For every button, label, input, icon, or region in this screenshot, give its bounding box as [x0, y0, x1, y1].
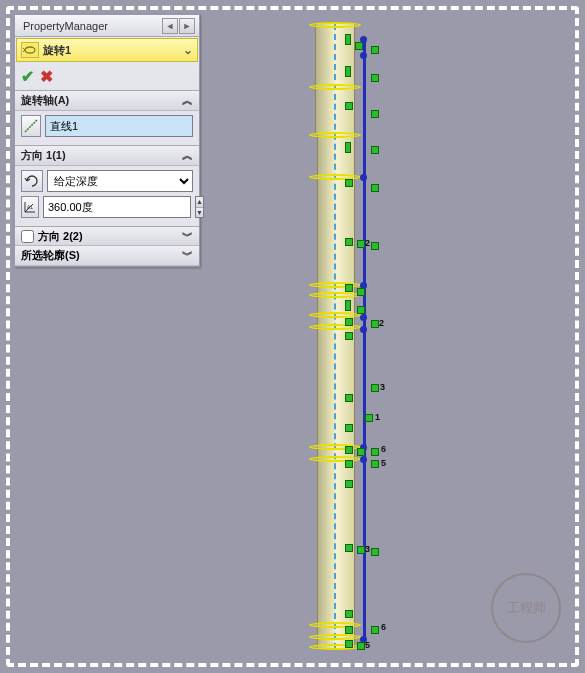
rotation-axis [334, 24, 336, 649]
svg-point-0 [25, 47, 35, 53]
feature-name: 旋转1 [43, 43, 71, 58]
angle-icon: A1 [21, 196, 39, 218]
angle-spinner[interactable]: ▲▼ [195, 196, 204, 218]
direction2-checkbox[interactable] [21, 230, 34, 243]
angle-input[interactable] [43, 196, 191, 218]
axis-selection-input[interactable] [45, 115, 193, 137]
svg-text:A1: A1 [27, 204, 33, 210]
feature-title-bar: 旋转1 ⌄ [16, 38, 198, 62]
reverse-direction-icon[interactable] [21, 170, 43, 192]
direction1-label: 方向 1(1) [21, 148, 66, 163]
axis-line-icon [21, 115, 41, 137]
pm-next-button[interactable]: ► [179, 18, 195, 34]
cancel-button[interactable]: ✖ [40, 67, 53, 86]
axis-header-label: 旋转轴(A) [21, 93, 69, 108]
watermark: 工程师 [491, 573, 561, 643]
contours-header[interactable]: 所选轮廓(S) ︾ [15, 246, 199, 266]
property-manager-panel: PropertyManager ◄ ► 旋转1 ⌄ ✔ ✖ 旋转轴(A) ︽ [14, 14, 200, 267]
revolve-icon [21, 42, 39, 58]
svg-line-1 [25, 120, 37, 132]
direction2-header[interactable]: 方向 2(2) ︾ [15, 226, 199, 246]
direction2-label: 方向 2(2) [38, 229, 83, 244]
axis-section-header[interactable]: 旋转轴(A) ︽ [15, 91, 199, 111]
ok-button[interactable]: ✔ [21, 67, 34, 86]
feature-pin-icon[interactable]: ⌄ [183, 43, 193, 57]
direction1-header[interactable]: 方向 1(1) ︽ [15, 146, 199, 166]
chevron-down-icon: ︾ [182, 248, 193, 263]
end-condition-select[interactable]: 给定深度 [47, 170, 193, 192]
revolve-preview: 2 2 3 1 6 5 3 6 5 [315, 24, 361, 649]
chevron-down-icon: ︾ [182, 229, 193, 244]
chevron-up-icon: ︽ [182, 93, 193, 108]
pm-header: PropertyManager ◄ ► [15, 15, 199, 37]
pm-title: PropertyManager [19, 20, 162, 32]
chevron-up-icon: ︽ [182, 148, 193, 163]
pm-prev-button[interactable]: ◄ [162, 18, 178, 34]
contours-label: 所选轮廓(S) [21, 248, 80, 263]
